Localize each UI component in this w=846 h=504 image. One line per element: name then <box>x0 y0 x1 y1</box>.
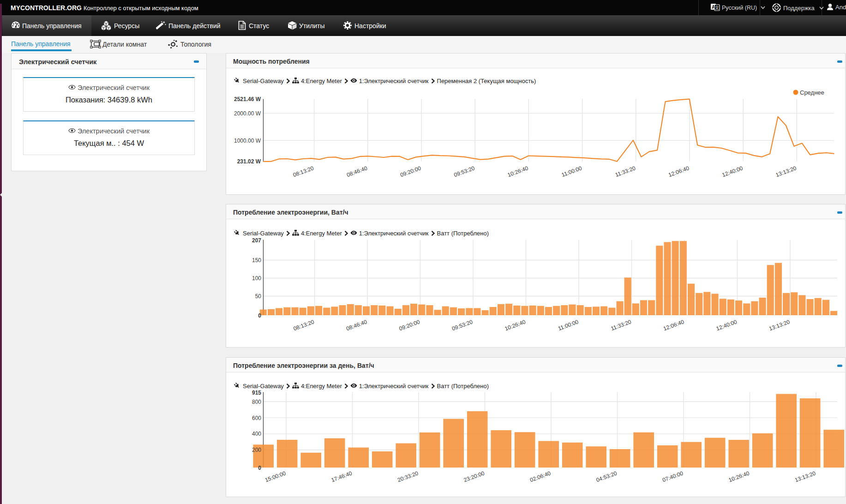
svg-text:13:13:20: 13:13:20 <box>775 165 798 178</box>
svg-text:12:40:00: 12:40:00 <box>721 165 744 178</box>
svg-text:11:00:00: 11:00:00 <box>561 165 583 178</box>
svg-text:23:20:00: 23:20:00 <box>463 470 486 483</box>
svg-text:11:00:00: 11:00:00 <box>557 318 579 332</box>
svg-text:600: 600 <box>252 415 261 421</box>
svg-text:08:46:40: 08:46:40 <box>346 165 368 178</box>
svg-text:200: 200 <box>252 447 261 453</box>
svg-text:12:06:40: 12:06:40 <box>667 165 690 178</box>
svg-text:09:53:20: 09:53:20 <box>451 318 474 332</box>
svg-text:400: 400 <box>252 431 261 437</box>
svg-text:13:13:20: 13:13:20 <box>794 470 816 483</box>
svg-text:915: 915 <box>252 390 261 396</box>
svg-text:07:40:00: 07:40:00 <box>661 470 684 483</box>
svg-text:08:46:40: 08:46:40 <box>345 318 368 332</box>
svg-text:2521.46 W: 2521.46 W <box>234 96 261 102</box>
svg-text:17:46:40: 17:46:40 <box>330 470 353 483</box>
svg-text:10:26:40: 10:26:40 <box>507 165 529 178</box>
svg-text:1000.00 W: 1000.00 W <box>234 138 261 144</box>
svg-text:12:40:00: 12:40:00 <box>715 318 738 332</box>
svg-text:09:20:00: 09:20:00 <box>398 318 421 332</box>
svg-text:2000.00 W: 2000.00 W <box>234 110 261 117</box>
svg-text:207: 207 <box>252 237 261 244</box>
svg-text:11:33:20: 11:33:20 <box>610 318 632 332</box>
svg-text:12:06:40: 12:06:40 <box>662 318 685 332</box>
svg-text:11:33:20: 11:33:20 <box>614 165 636 178</box>
svg-text:13:13:20: 13:13:20 <box>768 318 791 332</box>
svg-text:08:13:20: 08:13:20 <box>292 165 315 178</box>
svg-text:0: 0 <box>258 312 261 319</box>
svg-text:0: 0 <box>258 465 261 471</box>
svg-text:150: 150 <box>252 257 261 264</box>
svg-text:04:53:20: 04:53:20 <box>595 470 618 483</box>
svg-text:50: 50 <box>255 293 262 300</box>
svg-text:02:06:40: 02:06:40 <box>529 470 552 483</box>
svg-text:231.02 W: 231.02 W <box>237 158 261 165</box>
svg-text:100: 100 <box>252 275 261 282</box>
svg-text:Среднее: Среднее <box>800 89 824 96</box>
svg-text:08:13:20: 08:13:20 <box>293 318 315 332</box>
svg-text:10:26:40: 10:26:40 <box>504 318 527 332</box>
svg-text:10:26:40: 10:26:40 <box>728 470 750 483</box>
svg-text:800: 800 <box>252 399 261 405</box>
svg-text:15:00:00: 15:00:00 <box>264 470 287 483</box>
svg-text:09:20:00: 09:20:00 <box>399 165 422 178</box>
svg-text:09:53:20: 09:53:20 <box>453 165 476 178</box>
svg-text:20:33:20: 20:33:20 <box>396 470 419 483</box>
